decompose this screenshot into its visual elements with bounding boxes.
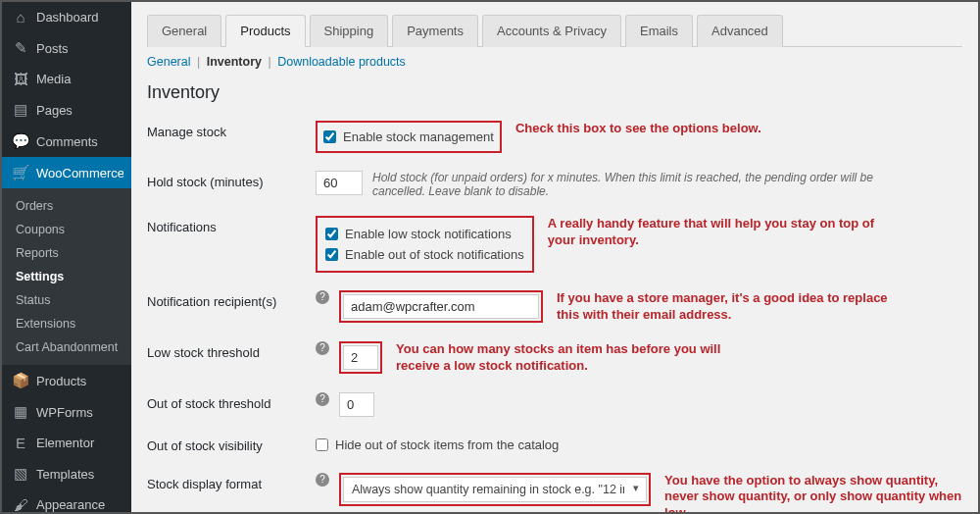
settings-panel: General Products Shipping Payments Accou…	[131, 2, 978, 512]
sidebar-item-appearance[interactable]: 🖌Appearance	[2, 489, 131, 514]
label-hold-stock: Hold stock (minutes)	[147, 171, 316, 189]
tab-emails[interactable]: Emails	[625, 15, 693, 47]
tab-payments[interactable]: Payments	[392, 15, 478, 47]
submenu-settings[interactable]: Settings	[2, 265, 131, 288]
manage-stock-checkbox-label: Enable stock management	[343, 129, 494, 144]
appearance-icon: 🖌	[12, 496, 29, 513]
hide-out-of-stock-row[interactable]: Hide out of stock items from the catalog	[316, 435, 559, 455]
tab-accounts-privacy[interactable]: Accounts & Privacy	[482, 15, 621, 47]
annotation-recipient: If you have a store manager, it's a good…	[557, 290, 890, 324]
section-title: Inventory	[147, 82, 962, 103]
pin-icon: ✎	[12, 39, 29, 57]
products-subtabs: General | Inventory | Downloadable produ…	[147, 55, 962, 69]
annotation-display-format: You have the option to always show quant…	[664, 473, 962, 512]
display-format-select[interactable]: Always show quantity remaining in stock …	[343, 477, 647, 502]
tab-shipping[interactable]: Shipping	[310, 15, 389, 47]
elementor-icon: E	[12, 435, 29, 451]
annotation-manage-stock: Check this box to see the options below.	[515, 121, 761, 137]
manage-stock-checkbox-row[interactable]: Enable stock management	[323, 127, 494, 147]
sidebar-item-posts[interactable]: ✎Posts	[2, 32, 131, 64]
highlight-low-threshold	[339, 341, 382, 374]
out-threshold-input[interactable]	[339, 392, 374, 417]
dashboard-icon: ⌂	[12, 9, 29, 26]
wpforms-icon: ▦	[12, 403, 29, 421]
low-stock-notif-checkbox[interactable]	[325, 228, 338, 240]
manage-stock-checkbox[interactable]	[323, 130, 336, 143]
help-icon[interactable]: ?	[316, 290, 329, 304]
woocommerce-icon: 🛒	[12, 164, 29, 181]
sidebar-item-templates[interactable]: ▧Templates	[2, 458, 131, 489]
pages-icon: ▤	[12, 101, 29, 119]
annotation-low-threshold: You can how many stocks an item has befo…	[396, 341, 729, 375]
products-icon: 📦	[12, 372, 29, 389]
out-stock-notif-label: Enable out of stock notifications	[345, 247, 524, 262]
templates-icon: ▧	[12, 465, 29, 483]
submenu-orders[interactable]: Orders	[2, 194, 131, 218]
low-threshold-input[interactable]	[343, 345, 378, 370]
sidebar-item-elementor[interactable]: EElementor	[2, 428, 131, 458]
recipient-input[interactable]	[343, 294, 539, 319]
sidebar-item-wpforms[interactable]: ▦WPForms	[2, 396, 131, 428]
sidebar-item-products[interactable]: 📦Products	[2, 365, 131, 396]
settings-tabs: General Products Shipping Payments Accou…	[147, 14, 962, 47]
sidebar-item-media[interactable]: 🖼Media	[2, 64, 131, 94]
subtab-inventory[interactable]: Inventory	[207, 55, 262, 69]
highlight-display-format: Always show quantity remaining in stock …	[339, 473, 651, 506]
hide-out-of-stock-label: Hide out of stock items from the catalog	[335, 437, 559, 452]
label-out-threshold: Out of stock threshold	[147, 392, 316, 411]
label-low-threshold: Low stock threshold	[147, 341, 316, 360]
subtab-general[interactable]: General	[147, 55, 190, 69]
help-icon[interactable]: ?	[316, 392, 329, 406]
sidebar-item-dashboard[interactable]: ⌂Dashboard	[2, 2, 131, 32]
submenu-cart-abandonment[interactable]: Cart Abandonment	[2, 335, 131, 359]
submenu-extensions[interactable]: Extensions	[2, 312, 131, 335]
sidebar-item-comments[interactable]: 💬Comments	[2, 126, 131, 157]
tab-products[interactable]: Products	[225, 15, 305, 47]
media-icon: 🖼	[12, 71, 29, 87]
low-stock-notif-row[interactable]: Enable low stock notifications	[325, 224, 524, 244]
out-stock-notif-row[interactable]: Enable out of stock notifications	[325, 244, 524, 265]
hold-stock-input[interactable]	[316, 171, 363, 195]
tab-general[interactable]: General	[147, 15, 221, 47]
out-stock-notif-checkbox[interactable]	[325, 248, 338, 261]
sidebar-item-pages[interactable]: ▤Pages	[2, 94, 131, 126]
hide-out-of-stock-checkbox[interactable]	[316, 438, 328, 451]
submenu-status[interactable]: Status	[2, 288, 131, 312]
highlight-notifications: Enable low stock notifications Enable ou…	[316, 216, 534, 273]
hold-stock-description: Hold stock (for unpaid orders) for x min…	[372, 171, 921, 198]
submenu-coupons[interactable]: Coupons	[2, 218, 131, 241]
subtab-downloadable[interactable]: Downloadable products	[277, 55, 406, 69]
label-notifications: Notifications	[147, 216, 316, 234]
highlight-recipient	[339, 290, 543, 323]
label-out-visibility: Out of stock visibility	[147, 435, 316, 453]
wp-admin-sidebar: ⌂Dashboard ✎Posts 🖼Media ▤Pages 💬Comment…	[2, 2, 131, 512]
woocommerce-submenu: Orders Coupons Reports Settings Status E…	[2, 188, 131, 365]
submenu-reports[interactable]: Reports	[2, 241, 131, 265]
annotation-notifications: A really handy feature that will help yo…	[548, 216, 881, 249]
tab-advanced[interactable]: Advanced	[697, 15, 783, 47]
label-display-format: Stock display format	[147, 473, 316, 491]
label-manage-stock: Manage stock	[147, 121, 316, 139]
help-icon[interactable]: ?	[316, 473, 329, 487]
highlight-manage-stock: Enable stock management	[316, 121, 502, 153]
label-recipient: Notification recipient(s)	[147, 290, 316, 309]
low-stock-notif-label: Enable low stock notifications	[345, 227, 512, 241]
comments-icon: 💬	[12, 132, 29, 150]
help-icon[interactable]: ?	[316, 341, 329, 355]
sidebar-item-woocommerce[interactable]: 🛒WooCommerce	[2, 157, 131, 188]
